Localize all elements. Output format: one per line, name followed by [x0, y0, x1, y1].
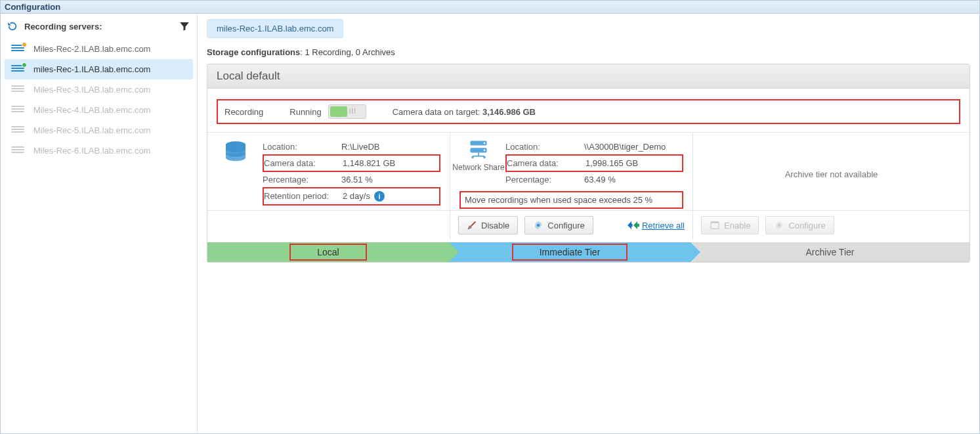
server-item-4[interactable]: Miles-Rec-5.ILAB.lab.emc.com	[5, 120, 193, 141]
server-item-5[interactable]: Miles-Rec-6.ILAB.lab.emc.com	[5, 141, 193, 161]
disable-icon	[467, 220, 477, 230]
gear-icon	[533, 220, 543, 230]
filter-icon[interactable]	[179, 20, 190, 32]
server-icon	[11, 126, 24, 135]
svg-point-8	[483, 156, 486, 159]
immediate-percentage: 63.49 %	[584, 175, 616, 184]
tier-bar: Local Immediate Tier Archive Tier	[207, 242, 969, 262]
server-item-3[interactable]: Miles-Rec-4.ILAB.lab.emc.com	[5, 100, 193, 120]
svg-rect-11	[711, 221, 719, 223]
server-name: Miles-Rec-4.ILAB.lab.emc.com	[33, 105, 150, 115]
svg-rect-10	[711, 223, 719, 228]
recording-state: Running	[289, 107, 321, 117]
server-item-0[interactable]: Miles-Rec-2.ILAB.lab.emc.com	[5, 39, 193, 59]
local-percentage: 36.51 %	[341, 175, 373, 184]
server-name: Miles-Rec-3.ILAB.lab.emc.com	[33, 85, 150, 95]
window-title: Configuration	[1, 1, 979, 14]
tier-archive[interactable]: Archive Tier	[691, 242, 969, 262]
immediate-camera-data: Camera data:1,998.165 GB	[505, 154, 683, 172]
server-icon	[11, 85, 24, 95]
server-icon	[11, 106, 24, 115]
retrieve-all-link[interactable]: Retrieve all	[628, 221, 685, 230]
svg-point-4	[484, 149, 486, 151]
storage-config-summary: Storage configurations: 1 Recording, 0 A…	[207, 47, 970, 57]
gear-icon	[774, 220, 784, 230]
sidebar-header-label: Recording servers:	[24, 22, 102, 32]
server-icon	[11, 146, 24, 156]
status-dot	[22, 42, 27, 47]
server-icon	[11, 65, 24, 74]
tier-local[interactable]: Local	[207, 242, 449, 262]
server-name: Miles-Rec-2.ILAB.lab.emc.com	[33, 44, 150, 54]
retrieve-icon	[628, 221, 639, 230]
enable-button: Enable	[701, 216, 759, 234]
local-tier-column: Location:R:\LiveDB Camera data:1,148.821…	[207, 133, 450, 210]
configure-archive-button: Configure	[765, 216, 834, 234]
camera-data-target: Camera data on target: 3,146.986 GB	[393, 107, 536, 117]
local-camera-data: Camera data:1,148.821 GB	[263, 154, 440, 172]
svg-point-7	[471, 156, 474, 159]
server-name: miles-Rec-1.ILAB.lab.emc.com	[33, 64, 150, 74]
refresh-icon[interactable]	[7, 21, 18, 32]
immediate-tier-column: Network Share Location:\\A3000B\tiger_De…	[450, 133, 693, 210]
info-icon[interactable]: i	[374, 191, 385, 202]
server-name: Miles-Rec-6.ILAB.lab.emc.com	[33, 146, 150, 156]
network-share-icon: Network Share	[459, 139, 498, 187]
tier-immediate[interactable]: Immediate Tier	[449, 242, 691, 262]
status-dot	[22, 62, 27, 68]
database-icon	[217, 139, 255, 206]
local-location: R:\LiveDB	[341, 142, 380, 152]
server-item-2[interactable]: Miles-Rec-3.ILAB.lab.emc.com	[5, 79, 193, 100]
main-panel: miles-Rec-1.ILAB.lab.emc.com Storage con…	[198, 14, 979, 433]
storage-panel: Local default Recording Running III Came…	[207, 64, 970, 263]
svg-point-3	[484, 142, 486, 144]
disable-button[interactable]: Disable	[458, 216, 518, 234]
server-icon	[11, 45, 24, 54]
immediate-location: \\A3000B\tiger_Demo	[584, 142, 666, 152]
server-item-1[interactable]: miles-Rec-1.ILAB.lab.emc.com	[5, 59, 193, 79]
archive-na-text: Archive tier not available	[702, 139, 960, 209]
breadcrumb[interactable]: miles-Rec-1.ILAB.lab.emc.com	[207, 19, 343, 38]
sidebar: Recording servers: Miles-Rec-2.ILAB.lab.…	[1, 14, 198, 433]
archive-box-icon	[710, 220, 720, 230]
server-name: Miles-Rec-5.ILAB.lab.emc.com	[33, 125, 150, 135]
archive-tier-column: Archive tier not available	[693, 133, 969, 210]
recording-status-row: Recording Running III Camera data on tar…	[217, 99, 960, 124]
local-retention: Retention period:2 day/si	[263, 187, 440, 206]
configure-button[interactable]: Configure	[524, 216, 593, 234]
panel-title: Local default	[207, 64, 969, 89]
recording-label: Recording	[224, 107, 263, 117]
move-recordings-note: Move recordings when used space exceeds …	[459, 191, 683, 209]
recording-toggle[interactable]: III	[328, 104, 366, 119]
